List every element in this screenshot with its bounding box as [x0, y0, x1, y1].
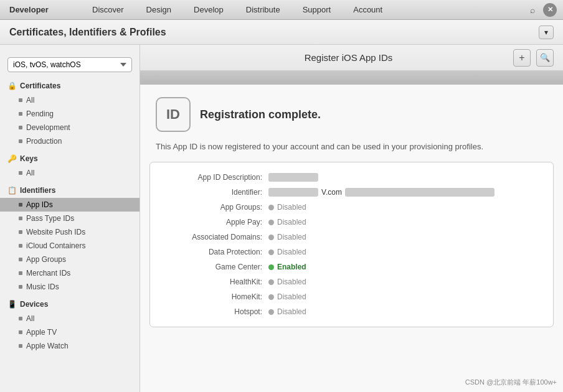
- sidebar-item-label: Pending: [26, 110, 54, 118]
- search-button[interactable]: 🔍: [536, 49, 554, 67]
- content-area: iOS, tvOS, watchOS macOS 🔒 Certificates …: [0, 45, 563, 392]
- nav-item-distribute[interactable]: Distribute: [235, 0, 291, 19]
- detail-label: Apple Pay:: [163, 218, 262, 226]
- detail-label: Associated Domains:: [163, 233, 262, 241]
- detail-row-identifier: Identifier: V.com: [150, 185, 553, 200]
- nav-item-develop[interactable]: Develop: [182, 0, 235, 19]
- status-label: Disabled: [277, 248, 306, 256]
- sidebar-item-app-groups[interactable]: App Groups: [0, 253, 140, 266]
- detail-row-associated-domains: Associated Domains: Disabled: [150, 230, 553, 245]
- detail-value: [268, 173, 318, 182]
- detail-row-app-groups: App Groups: Disabled: [150, 200, 553, 215]
- status-label: Enabled: [277, 263, 306, 271]
- devices-label: Devices: [20, 300, 48, 309]
- certificates-icon: 🔒: [7, 82, 17, 90]
- platform-select-wrapper: iOS, tvOS, watchOS macOS: [0, 51, 140, 78]
- sidebar-item-apple-watch[interactable]: Apple Watch: [0, 339, 140, 353]
- sidebar-item-app-ids[interactable]: App IDs: [0, 198, 140, 212]
- detail-value: V.com: [268, 188, 494, 197]
- platform-select[interactable]: iOS, tvOS, watchOS macOS: [7, 57, 132, 72]
- detail-row-healthkit: HealthKit: Disabled: [150, 274, 553, 289]
- sidebar-item-apple-tv[interactable]: Apple TV: [0, 325, 140, 339]
- bullet-icon: [19, 217, 22, 220]
- detail-value: Disabled: [268, 233, 306, 241]
- detail-value: Disabled: [268, 292, 306, 301]
- sidebar-item-label: All: [26, 314, 34, 323]
- nav-item-discover[interactable]: Discover: [81, 0, 135, 19]
- sidebar-item-label: App Groups: [26, 255, 66, 264]
- detail-label: Identifier:: [163, 188, 262, 197]
- detail-label: Data Protection:: [163, 248, 262, 256]
- identifiers-icon: 📋: [7, 186, 17, 195]
- keys-label: Keys: [20, 154, 38, 163]
- bullet-icon: [19, 98, 22, 102]
- registration-complete-header: ID Registration complete.: [140, 85, 563, 141]
- bullet-icon: [19, 317, 22, 320]
- sidebar-section-header-certificates: 🔒 Certificates: [0, 78, 140, 93]
- sidebar-item-label: Merchant IDs: [26, 269, 70, 278]
- add-button[interactable]: +: [513, 49, 531, 67]
- detail-value: Disabled: [268, 248, 306, 256]
- sidebar-item-certs-pending[interactable]: Pending: [0, 107, 140, 121]
- status-dot-icon: [268, 294, 274, 300]
- sidebar-item-pass-type-ids[interactable]: Pass Type IDs: [0, 212, 140, 225]
- sidebar-item-merchant-ids[interactable]: Merchant IDs: [0, 266, 140, 280]
- sidebar-item-certs-development[interactable]: Development: [0, 121, 140, 134]
- close-button[interactable]: ✕: [543, 3, 557, 17]
- bullet-icon: [19, 171, 22, 175]
- detail-label: HealthKit:: [163, 278, 262, 286]
- gray-banner: [140, 71, 563, 85]
- sidebar-item-label: iCloud Containers: [26, 241, 85, 250]
- keys-icon: 🔑: [7, 154, 17, 163]
- nav-item-design[interactable]: Design: [135, 0, 182, 19]
- sidebar-item-label: All: [26, 169, 34, 177]
- status-label: Disabled: [277, 278, 306, 286]
- page-title: Certificates, Identifiers & Profiles: [9, 27, 539, 38]
- detail-row-app-id-description: App ID Description:: [150, 170, 553, 185]
- detail-label: App Groups:: [163, 203, 262, 212]
- sidebar-item-icloud-containers[interactable]: iCloud Containers: [0, 239, 140, 253]
- sidebar-item-devices-all[interactable]: All: [0, 312, 140, 325]
- detail-value: Disabled: [268, 218, 306, 226]
- nav-items: Discover Design Develop Distribute Suppo…: [81, 0, 525, 19]
- search-icon[interactable]: ⌕: [525, 2, 540, 17]
- status-dot-icon: [268, 220, 274, 225]
- sidebar-item-music-ids[interactable]: Music IDs: [0, 280, 140, 294]
- nav-item-support[interactable]: Support: [291, 0, 343, 19]
- detail-row-apple-pay: Apple Pay: Disabled: [150, 215, 553, 230]
- header-dropdown-button[interactable]: ▾: [539, 26, 554, 39]
- status-dot-icon: [268, 264, 274, 270]
- status-label: Disabled: [277, 203, 306, 212]
- sidebar-item-label: App IDs: [26, 200, 53, 209]
- sidebar-item-website-push-ids[interactable]: Website Push IDs: [0, 225, 140, 239]
- nav-bar: Developer Discover Design Develop Distri…: [0, 0, 563, 20]
- sidebar-section-header-identifiers: 📋 Identifiers: [0, 183, 140, 198]
- nav-item-account[interactable]: Account: [342, 0, 394, 19]
- id-box: ID: [156, 97, 191, 132]
- sidebar-item-label: Production: [26, 137, 62, 146]
- detail-label: HomeKit:: [163, 292, 262, 301]
- sidebar-item-keys-all[interactable]: All: [0, 166, 140, 180]
- details-box: App ID Description: Identifier: V.com Ap…: [149, 162, 554, 327]
- status-dot-icon: [268, 279, 274, 285]
- sidebar-item-certs-all[interactable]: All: [0, 93, 140, 107]
- devices-icon: 📱: [7, 300, 17, 309]
- detail-label: App ID Description:: [163, 173, 262, 182]
- main-panel: Register iOS App IDs + 🔍 ID Registration…: [140, 45, 563, 392]
- bullet-icon: [19, 126, 22, 129]
- sidebar-item-certs-production[interactable]: Production: [0, 134, 140, 148]
- status-dot-icon: [268, 309, 274, 315]
- bullet-icon: [19, 203, 22, 207]
- sidebar-item-label: Music IDs: [26, 282, 59, 291]
- sidebar-section-certificates: 🔒 Certificates All Pending Development P…: [0, 78, 140, 148]
- status-label: Disabled: [277, 307, 306, 316]
- panel-title: Register iOS App IDs: [187, 52, 510, 63]
- detail-row-data-protection: Data Protection: Disabled: [150, 245, 553, 259]
- detail-label: Hotspot:: [163, 307, 262, 316]
- nav-brand-text: Developer: [9, 5, 49, 14]
- bullet-icon: [19, 112, 22, 116]
- status-label: Disabled: [277, 233, 306, 241]
- bullet-icon: [19, 230, 22, 234]
- sidebar-section-keys: 🔑 Keys All: [0, 151, 140, 180]
- sidebar-item-label: Website Push IDs: [26, 228, 85, 236]
